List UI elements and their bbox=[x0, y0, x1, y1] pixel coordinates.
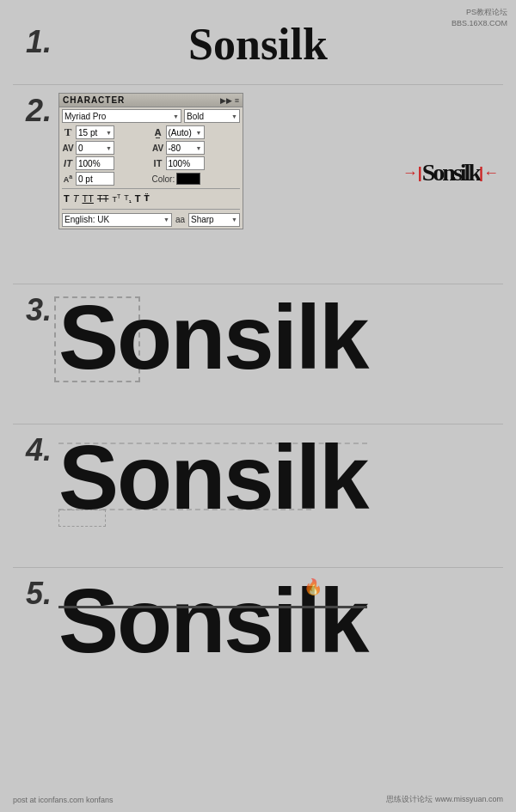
leading-pair: A̲ (Auto) ▼ bbox=[152, 125, 241, 139]
smallcaps-button[interactable]: T̈ bbox=[144, 194, 149, 203]
panel-titlebar: CHARACTER ▶▶ ≡ bbox=[59, 94, 243, 107]
font-style-select[interactable]: Bold ▼ bbox=[184, 109, 240, 123]
step3-text-wrapper: Sonsilk bbox=[58, 292, 367, 382]
font-family-arrow: ▼ bbox=[173, 113, 179, 119]
step5-text-wrapper: Sonsilk 🔥 bbox=[58, 576, 367, 666]
baseline-color-row: Aa 0 pt Color: bbox=[59, 171, 243, 186]
scale-row: IT 100% IT 100% bbox=[59, 156, 243, 171]
step5-number: 5. bbox=[26, 576, 52, 612]
divider bbox=[62, 188, 240, 189]
kerning-arrow: ▼ bbox=[106, 145, 112, 151]
kerning-icon: AV bbox=[62, 143, 74, 153]
baseline-icon: Aa bbox=[62, 174, 74, 184]
step2-number: 2. bbox=[26, 93, 52, 129]
left-arrow: →| bbox=[402, 164, 422, 182]
separator-4 bbox=[13, 567, 503, 568]
step3-text: Sonsilk bbox=[58, 292, 367, 382]
separator-2 bbox=[13, 284, 503, 284]
size-icon: T bbox=[62, 125, 74, 139]
separator-1 bbox=[13, 84, 503, 85]
style-buttons-row: T T TT TT TT T₁ T T̈ bbox=[59, 191, 243, 207]
leading-icon: A̲ bbox=[152, 128, 164, 137]
antialiasing-select[interactable]: Sharp ▼ bbox=[188, 213, 240, 227]
step4-text: Sonsilk bbox=[58, 432, 367, 522]
step5-area: Sonsilk 🔥 bbox=[58, 576, 499, 666]
vscale-pair: IT 100% bbox=[152, 156, 241, 170]
panel-expand-icon[interactable]: ▶▶ bbox=[220, 96, 232, 105]
panel-title-icons: ▶▶ ≡ bbox=[220, 96, 239, 105]
flame-icon: 🔥 bbox=[304, 577, 322, 596]
right-arrow: |← bbox=[479, 164, 499, 182]
leading-input[interactable]: (Auto) ▼ bbox=[166, 125, 205, 139]
font-style-arrow: ▼ bbox=[231, 113, 237, 119]
vscale-input[interactable]: 100% bbox=[166, 156, 205, 170]
step3-area: Sonsilk bbox=[58, 292, 499, 382]
hscale-input[interactable]: 100% bbox=[76, 156, 114, 170]
divider2 bbox=[62, 209, 240, 210]
size-pair: T 15 pt ▼ bbox=[62, 125, 150, 139]
tracking-pair: AV -80 ▼ bbox=[152, 141, 241, 155]
underline-button[interactable]: TT bbox=[82, 193, 93, 204]
step4-text-wrapper: Sonsilk bbox=[58, 432, 367, 522]
superscript-button[interactable]: TT bbox=[112, 193, 120, 204]
step2-preview-text: Sonsilk bbox=[422, 159, 479, 186]
leading-arrow: ▼ bbox=[196, 130, 202, 136]
kern-track-row: AV 0 ▼ AV -80 ▼ bbox=[59, 140, 243, 156]
italic-button[interactable]: T bbox=[73, 193, 79, 204]
footer-right: 思练设计论坛 www.missyuan.com bbox=[386, 794, 503, 805]
watermark-line1: PS教程论坛 bbox=[452, 7, 507, 18]
allcaps-button[interactable]: T bbox=[135, 193, 141, 204]
color-swatch[interactable] bbox=[176, 173, 200, 185]
baseline-input[interactable]: 0 pt bbox=[76, 172, 114, 186]
vscale-icon: IT bbox=[152, 158, 164, 168]
character-panel: CHARACTER ▶▶ ≡ Myriad Pro ▼ Bold ▼ T 15 … bbox=[58, 93, 243, 229]
tracking-input[interactable]: -80 ▼ bbox=[166, 141, 205, 155]
separator-3 bbox=[13, 424, 503, 424]
panel-title: CHARACTER bbox=[63, 95, 125, 105]
antialiasing-arrow: ▼ bbox=[231, 217, 237, 223]
step4-number: 4. bbox=[26, 432, 52, 468]
step4-area: Sonsilk bbox=[58, 432, 499, 522]
step2-preview: →| Sonsilk |← bbox=[402, 159, 499, 186]
bold-button[interactable]: T bbox=[64, 193, 70, 204]
size-input[interactable]: 15 pt ▼ bbox=[76, 125, 114, 139]
aa-label: aa bbox=[175, 215, 185, 224]
step1-title: Sonsilk bbox=[0, 19, 516, 70]
horizontal-line bbox=[58, 606, 367, 608]
strikethrough-button[interactable]: TT bbox=[97, 193, 108, 204]
color-label: Color: bbox=[152, 174, 175, 184]
footer: post at iconfans.com konfans 思练设计论坛 www.… bbox=[0, 794, 516, 805]
panel-menu-icon[interactable]: ≡ bbox=[235, 96, 239, 105]
lang-row: English: UK ▼ aa Sharp ▼ bbox=[59, 211, 243, 229]
footer-left: post at iconfans.com konfans bbox=[13, 796, 114, 804]
language-arrow: ▼ bbox=[163, 217, 169, 223]
size-row: T 15 pt ▼ A̲ (Auto) ▼ bbox=[59, 125, 243, 140]
kerning-pair: AV 0 ▼ bbox=[62, 141, 150, 155]
subscript-button[interactable]: T₁ bbox=[124, 193, 132, 205]
kerning-input[interactable]: 0 ▼ bbox=[76, 141, 114, 155]
tracking-icon: AV bbox=[152, 143, 164, 153]
step3-number: 3. bbox=[26, 292, 52, 328]
hscale-pair: IT 100% bbox=[62, 156, 150, 170]
color-pair: Color: bbox=[152, 173, 241, 185]
baseline-pair: Aa 0 pt bbox=[62, 172, 150, 186]
font-row: Myriad Pro ▼ Bold ▼ bbox=[59, 107, 243, 125]
font-family-select[interactable]: Myriad Pro ▼ bbox=[62, 109, 181, 123]
hscale-icon: IT bbox=[62, 158, 74, 168]
language-select[interactable]: English: UK ▼ bbox=[62, 213, 172, 227]
size-arrow: ▼ bbox=[106, 130, 112, 136]
tracking-arrow: ▼ bbox=[196, 145, 202, 151]
